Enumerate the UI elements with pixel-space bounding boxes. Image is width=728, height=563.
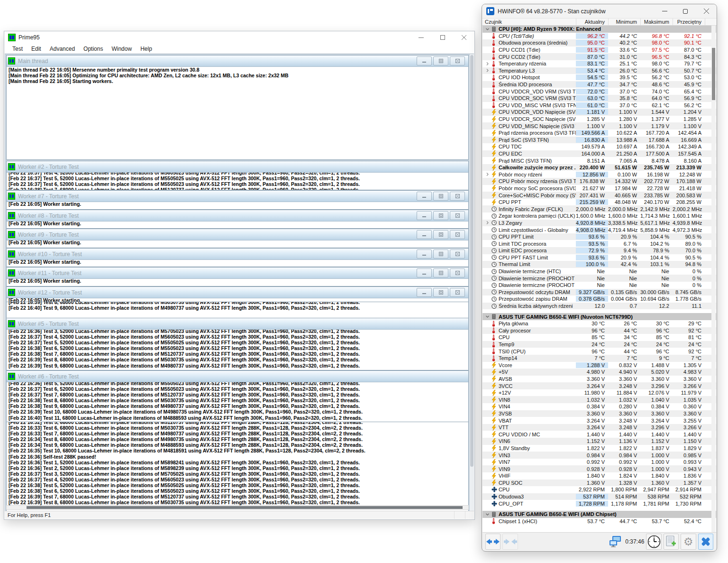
menu-item-edit[interactable]: Edit (27, 45, 46, 53)
mdi-titlebar[interactable]: Worker #11 - Torture Test (7, 268, 468, 279)
mdi-titlebar[interactable]: Worker #8 - Torture Test (7, 210, 468, 222)
sensor-row[interactable]: VHIF1.840 V1.824 V1.840 V1.836 V (482, 472, 716, 480)
sensor-table-header[interactable]: Czujnik Aktualny Minimum Maksimum Przeci… (482, 18, 717, 26)
child-minimize-button[interactable] (417, 230, 432, 239)
menu-item-test[interactable]: Test (8, 45, 27, 53)
close-button[interactable] (696, 4, 717, 18)
history-back-button[interactable] (485, 534, 500, 550)
mdi-titlebar[interactable]: Worker #12 - Torture Test (7, 287, 468, 298)
sensor-row[interactable]: L3 Zegary4,920.8 MHz3,338.5 MHz5,617.1 M… (482, 220, 716, 227)
history-forward-button[interactable] (502, 534, 518, 550)
sensor-list-scrollbar[interactable] (711, 26, 716, 533)
scrollbar-thumb[interactable] (712, 48, 715, 100)
sensor-row[interactable]: AVSB3.360 V3.360 V3.360 V3.360 V (482, 376, 716, 383)
minimize-button[interactable] (654, 4, 675, 18)
sensor-row[interactable]: 3VCC3.264 V3.248 V3.296 V3.266 V (482, 382, 716, 389)
menu-item-advanced[interactable]: Advanced (46, 45, 79, 53)
sensor-row[interactable]: Przepustowość odczytu DRAM9.327 GB/s0.13… (482, 289, 716, 296)
child-minimize-button[interactable] (417, 288, 432, 297)
worker-output[interactable]: [Feb 22 16:05] Worker starting. (7, 240, 468, 248)
sensor-row[interactable]: Limit TDC procesora93.5 %6.7 %104.2 %89.… (482, 240, 716, 247)
sensor-row[interactable]: CPU CCD1 (Tdie)91.5 °C33.6 °C97.5 °C87.0… (482, 46, 716, 54)
sensor-row[interactable]: Limit częstotliwości - Globalny4,908.0 M… (482, 226, 716, 233)
scrollbar-thumb[interactable] (27, 506, 463, 509)
maximize-button[interactable] (432, 31, 453, 44)
sensor-row[interactable]: Średnia liczba aktywnych rdzeni12.00.712… (482, 303, 716, 310)
sensor-row[interactable]: Core+SoC+MISC Pobór mocy (SVI...207.431 … (482, 192, 716, 199)
mdi-titlebar[interactable]: Worker #6 - Torture Test (7, 371, 468, 382)
sensor-row[interactable]: CPU PPT Limit93.6 %20.9 %104.4 %90.5 % (482, 233, 716, 240)
sensor-row[interactable]: +12V11.980 V11.884 V12.076 V11.979 V (482, 389, 716, 397)
sensor-row[interactable]: Średnia IOD procesora47.7 °C34.7 °C48.6 … (482, 81, 716, 88)
sensor-row[interactable]: Płyta główna30 °C26 °C30 °C29 °C (482, 320, 716, 327)
worker-output[interactable]: [Feb 22 16:37] Test 4, 52000 Lucas-Lehme… (7, 173, 468, 190)
sensor-row[interactable]: VIN61.152 V1.136 V1.152 V1.150 V (482, 438, 716, 445)
child-close-button[interactable] (450, 192, 465, 201)
worker-output[interactable]: [Feb 22 16:05] Worker starting. (7, 298, 468, 302)
sensor-row[interactable]: CPU85 °C34 °C85 °C81 °C (482, 334, 716, 341)
child-minimize-button[interactable] (417, 192, 432, 201)
sensor-group-header[interactable]: ASUS TUF GAMING B650-E WIFI (AMD Chipset… (482, 511, 716, 518)
child-restore-button[interactable] (433, 230, 448, 239)
sensor-row[interactable]: 3VSB3.360 V3.360 V3.360 V3.360 V (482, 410, 716, 417)
column-header-minimum[interactable]: Minimum (609, 18, 641, 25)
sensor-row[interactable]: VIN81.032 V1.032 V1.040 V1.035 V (482, 396, 716, 403)
close-sensors-button[interactable] (698, 534, 713, 550)
sensor-row[interactable]: Thermal Limit100.0 %42.4 %103.1 %94.8 % (482, 261, 716, 268)
sensor-row[interactable]: Obudowa procesora (średnia)95.0 °C40.2 °… (482, 39, 716, 46)
sensor-row[interactable]: Vcore1.288 V0.832 V1.488 V1.305 V (482, 362, 716, 369)
menu-item-options[interactable]: Options (79, 45, 107, 53)
mdi-titlebar[interactable]: Worker #7 - Torture Test (7, 191, 468, 202)
child-close-button[interactable] (450, 230, 465, 239)
column-header-czujnik[interactable]: Czujnik (482, 18, 576, 25)
worker-output[interactable]: [Feb 22 16:05] Worker starting. (7, 279, 468, 286)
sensor-row[interactable]: CPU IOD Hotspot54.5 °C39.5 °C56.2 °C53.0… (482, 74, 716, 81)
maximize-button[interactable] (675, 4, 696, 18)
sensor-row[interactable]: CPU EDC164.000 A21.250 A177.500 A157.545… (482, 150, 716, 157)
settings-button[interactable]: ⚙ (681, 534, 696, 550)
sensor-row[interactable]: Infinity Fabric Zegar (FCLK)2,000.0 MHz2… (482, 205, 716, 212)
sensor-row[interactable]: CPU TDC149.579 A10.697 A166.730 A142.349… (482, 143, 716, 150)
sensor-row[interactable]: CPU2,922 RPM1,800 RPM2,947 RPM2,914 RPM (482, 486, 716, 493)
worker-output[interactable]: [Feb 22 16:32] Test 5, 68000 Lucas-Lehme… (7, 422, 468, 506)
menu-item-window[interactable]: Window (107, 45, 136, 53)
sensor-row[interactable]: VIN90.928 V0.928 V1.000 V0.943 V (482, 465, 716, 472)
child-close-button[interactable] (450, 249, 465, 258)
child-minimize-button[interactable] (417, 211, 432, 220)
child-restore-button[interactable] (433, 268, 448, 277)
worker-output[interactable]: [Main thread Feb 22 16:05] Mersenne numb… (7, 67, 468, 159)
worker-output[interactable]: [Feb 22 16:05] Worker starting. (7, 202, 468, 209)
sensor-row[interactable]: CPU VDD_MISC VRM (SVI3 TFN)61.0 °C37.0 °… (482, 102, 716, 109)
sensor-row[interactable]: Całkowite zużycie mocy przez ...220.400 … (482, 164, 716, 171)
sensor-row[interactable]: Dławienie termiczne (HTC)NieNieNie0 % (482, 268, 716, 275)
sensor-row[interactable]: CPU PPT FAST Limit93.6 %20.9 %104.4 %90.… (482, 254, 716, 261)
sensor-row[interactable]: CPU VDD_MISC Napięcie (SVI3 TFN)1.100 V1… (482, 122, 716, 129)
sensor-row[interactable]: CPU (Tctl/Tdie)96.2 °C44.2 °C96.8 °C92.1… (482, 33, 716, 40)
sensor-row[interactable]: CPU VDDCR_SOC Napięcie (SVI3 T...1.285 V… (482, 116, 716, 123)
sensor-row[interactable]: CPU_OPT1,728 RPM1,178 RPM1,781 RPM1,730 … (482, 500, 716, 507)
child-restore-button[interactable] (433, 288, 448, 297)
mdi-titlebar[interactable]: Worker #5 - Torture Test (7, 318, 468, 330)
child-close-button[interactable] (450, 268, 465, 277)
sensor-row[interactable]: CPU VDDCR_VDD Napięcie (SVI3 ...1.181 V1… (482, 109, 716, 116)
sensor-row[interactable]: Cały procesor96 °C44 °C96 °C92 °C (482, 327, 716, 334)
mdi-titlebar[interactable]: Worker #9 - Torture Test (7, 229, 468, 240)
child-minimize-button[interactable] (417, 56, 432, 65)
child-close-button[interactable] (450, 56, 465, 65)
sensor-row[interactable]: Dławienie termiczne (PROCHOT EXT)NieNieN… (482, 282, 716, 289)
child-minimize-button[interactable] (417, 268, 432, 277)
sensor-row[interactable]: Pobór mocy rdzeni12.856 W0.100 W16.198 W… (482, 171, 716, 178)
sensor-row[interactable]: Prąd SoC (SVI3 TFN)16.830 A13.988 A17.68… (482, 137, 716, 144)
sensor-row[interactable]: Pobór mocy SoC procesora (SVI3 ...21.627… (482, 185, 716, 192)
sensor-row[interactable]: 1,8V Standby1.822 V1.822 V1.837 V1.829 V (482, 445, 716, 452)
column-header-aktualny[interactable]: Aktualny (576, 18, 609, 25)
remote-monitoring-button[interactable] (608, 534, 623, 550)
sensor-row[interactable]: CPU Pobór mocy rdzenia (SVI3 TFN)176.838… (482, 178, 716, 185)
scrollbar-thumb[interactable] (470, 55, 473, 467)
close-button[interactable] (453, 31, 474, 44)
mdi-titlebar[interactable]: Worker #2 - Torture Test (7, 161, 468, 173)
sensor-row[interactable]: Zegar kontrolera pamięci (UCLK)1,600.0 M… (482, 212, 716, 220)
prime95-titlebar[interactable]: Prime95 (4, 31, 474, 44)
child-restore-button[interactable] (433, 192, 448, 201)
sensor-row[interactable]: CPU CCD2 (Tdie)87.0 °C31.0 °C96.5 °C84.3… (482, 53, 716, 60)
